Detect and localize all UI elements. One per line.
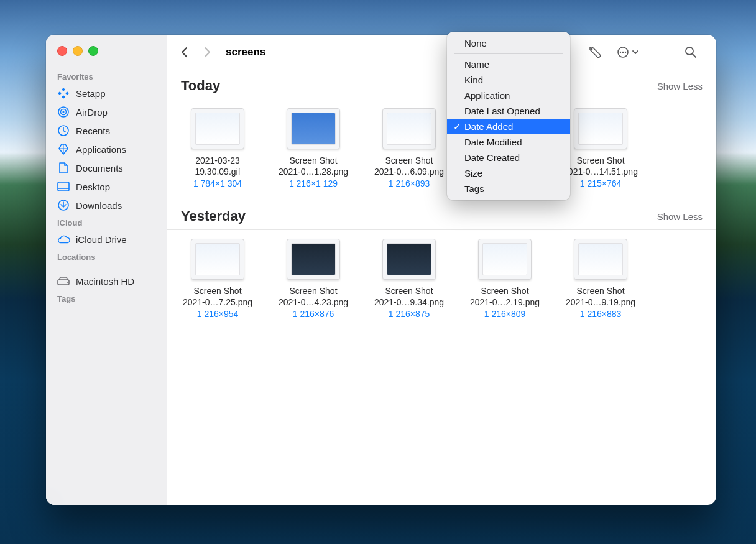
search-button[interactable] [678,43,704,62]
sidebar-item-label: Macintosh HD [76,276,134,287]
sidebar-item-icloud-drive[interactable]: iCloud Drive [46,230,167,249]
file-item[interactable]: Screen Shot2021-0…9.19.png1 216×883 [553,239,648,319]
sidebar-item-label: Applications [76,144,126,155]
toolbar: screens [167,35,716,70]
file-item[interactable]: Screen Shot2021-0…6.09.png1 216×893 [361,108,457,188]
file-thumbnail [287,239,340,280]
group-by-menu: NoneNameKindApplicationDate Last OpenedD… [447,32,570,200]
menu-item-date-created[interactable]: Date Created [447,150,570,165]
file-item[interactable]: Screen Shot2021-0…4.23.png1 216×876 [265,239,361,319]
section-title: Yesterday [181,208,657,224]
fullscreen-window-button[interactable] [88,46,98,56]
file-thumbnail [382,239,436,280]
sidebar-item-airdrop[interactable]: AirDrop [46,103,167,121]
file-name: Screen Shot2021-0…6.09.png [361,155,457,177]
show-less-button[interactable]: Show Less [657,81,703,91]
minimize-window-button[interactable] [73,46,83,56]
file-name: Screen Shot2021-0…4.23.png [265,286,361,308]
setapp-icon [57,87,70,99]
menu-item-application[interactable]: Application [447,88,570,103]
sidebar-item-label: Recents [76,126,110,136]
back-button[interactable] [176,44,193,61]
sidebar-item-documents[interactable]: Documents [46,159,167,177]
file-thumbnail [191,108,244,149]
svg-point-6 [62,111,64,113]
svg-rect-0 [62,88,65,91]
file-thumbnail [382,108,436,149]
svg-point-26 [622,52,624,53]
menu-item-name[interactable]: Name [447,57,570,72]
finder-window: FavoritesSetappAirDropRecentsApplication… [46,35,716,505]
show-less-button[interactable]: Show Less [657,211,703,222]
menu-item-date-last-opened[interactable]: Date Last Opened [447,103,570,119]
sidebar-item-label: iCloud Drive [76,234,127,245]
file-content-area: TodayShow Less2021-03-2319.30.09.gif1 78… [167,70,716,505]
file-name: Screen Shot2021-0…9.34.png [361,286,457,308]
file-item[interactable]: Screen Shot2021-0…7.25.png1 216×954 [170,239,265,319]
section-header: TodayShow Less [167,70,716,99]
file-name: Screen Shot2021-0…7.25.png [170,286,265,308]
sidebar-item-recents[interactable]: Recents [46,121,167,140]
sidebar-item-desktop[interactable]: Desktop [46,177,167,196]
desktop-icon [57,180,70,193]
file-dimensions: 1 216×875 [361,309,457,319]
menu-item-kind[interactable]: Kind [447,72,570,88]
sidebar-item-label: Downloads [76,200,122,211]
recents-icon [57,124,70,137]
main-area: screens [167,35,716,505]
sidebar-item-label: Desktop [76,182,110,192]
file-name: Screen Shot2021-0…2.19.png [457,286,553,308]
file-grid: Screen Shot2021-0…7.25.png1 216×954Scree… [167,230,716,331]
menu-item-none[interactable]: None [447,35,570,51]
menu-item-date-modified[interactable]: Date Modified [447,134,570,150]
sidebar-item-downloads[interactable]: Downloads [46,196,167,214]
menu-item-tags[interactable]: Tags [447,181,570,196]
sidebar-item-label: AirDrop [76,107,108,118]
file-dimensions: 1 216×883 [553,309,648,319]
file-thumbnail [287,108,340,149]
desktop-wallpaper: FavoritesSetappAirDropRecentsApplication… [0,0,756,544]
downloads-icon [57,199,70,211]
sidebar-header: Tags [46,290,167,306]
menu-item-date-added[interactable]: Date Added [447,119,570,134]
more-actions-button[interactable] [613,43,643,62]
sidebar-header: iCloud [46,214,167,230]
airdrop-icon [57,106,70,118]
file-item[interactable]: Screen Shot2021-0…2.19.png1 216×809 [457,239,553,319]
file-dimensions: 1 216×1 129 [265,178,361,188]
svg-rect-3 [62,95,65,99]
file-dimensions: 1 216×809 [457,309,553,319]
sidebar-item-label: Setapp [76,88,106,99]
file-thumbnail [574,108,627,149]
file-dimensions: 1 784×1 304 [170,178,265,188]
svg-rect-8 [58,182,69,191]
svg-point-27 [625,52,626,53]
tags-button[interactable] [582,43,608,62]
section-header: YesterdayShow Less [167,201,716,230]
disk-icon [57,275,70,287]
window-title: screens [226,46,265,58]
menu-item-size[interactable]: Size [447,165,570,181]
svg-rect-2 [65,91,69,95]
sidebar-item-setapp[interactable]: Setapp [46,84,167,103]
forward-button[interactable] [198,44,216,61]
svg-point-28 [686,47,693,55]
applications-icon [57,143,70,155]
close-window-button[interactable] [57,46,67,56]
icloud-icon [57,233,70,246]
window-controls [46,44,167,68]
documents-icon [57,162,70,174]
file-item[interactable]: Screen Shot2021-0…1.28.png1 216×1 129 [265,108,361,188]
file-name: Screen Shot2021-0…9.19.png [553,286,648,308]
sidebar-item-macintosh-hd[interactable]: Macintosh HD [46,272,167,290]
file-item[interactable]: 2021-03-2319.30.09.gif1 784×1 304 [170,108,265,188]
sidebar-header: Locations [46,249,167,264]
svg-rect-1 [58,91,62,95]
sidebar-item-applications[interactable]: Applications [46,140,167,159]
sidebar-header: Favorites [46,68,167,84]
file-item[interactable]: Screen Shot2021-0…9.34.png1 216×875 [361,239,457,319]
file-dimensions: 1 216×876 [265,309,361,319]
section-title: Today [181,78,657,94]
sidebar-item-label: Documents [76,163,123,173]
file-grid: 2021-03-2319.30.09.gif1 784×1 304Screen … [167,99,716,201]
